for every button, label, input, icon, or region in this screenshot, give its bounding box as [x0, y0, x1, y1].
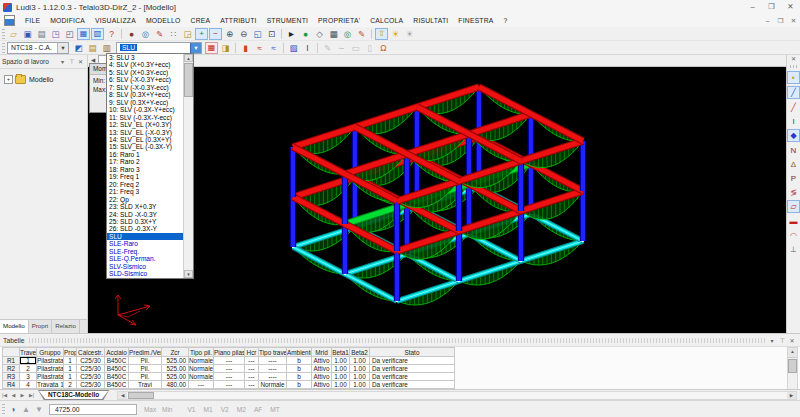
table-cell[interactable]: Pilastrata 2 [37, 365, 64, 373]
table-cell[interactable]: 525.00 [162, 373, 189, 381]
menu-item[interactable]: FINESTRA [453, 17, 498, 24]
table-cell[interactable]: ---- [259, 373, 287, 381]
dropdown-item[interactable]: SLE-Raro [107, 240, 183, 247]
table-cell[interactable]: B450C [105, 357, 129, 365]
table-cell[interactable]: Attivo [312, 381, 332, 389]
table-cell[interactable]: Da verificare [370, 357, 455, 365]
zoom-out-icon[interactable]: ⊖ [237, 28, 250, 40]
panel-drag-texture[interactable] [29, 338, 767, 343]
mesh-globe-icon[interactable]: ◎ [341, 28, 354, 40]
table-cell[interactable]: 1.00 [332, 381, 350, 389]
table-cell[interactable]: 1 [64, 357, 77, 365]
status-export-down-icon[interactable]: ▼ [33, 403, 45, 415]
dropdown-item[interactable]: 26: SLD -0.3X-Y [107, 225, 183, 232]
print-preview-icon[interactable]: ◰ [63, 28, 76, 40]
pin-icon[interactable]: ⊤ [777, 337, 787, 344]
support-icon[interactable]: ⊥ [788, 243, 800, 255]
menu-item[interactable]: MODELLO [141, 17, 186, 24]
remove-element-icon[interactable]: − [209, 28, 222, 40]
coordinate-field[interactable]: 4725.00 [49, 404, 137, 415]
table-cell[interactable]: 2 [64, 381, 77, 389]
copy-icon[interactable]: ▤ [35, 28, 48, 40]
table-cell[interactable]: Da verificare [370, 365, 455, 373]
table-cell[interactable]: 1.00 [332, 373, 350, 381]
dropdown-item[interactable]: 13: SLV_EL (-X-0.3Y) [107, 129, 183, 136]
mdi-minimize-icon[interactable]: – [761, 15, 774, 27]
panel-menu-icon[interactable]: ▾ [767, 337, 777, 344]
table-cell[interactable]: C25/30 [77, 381, 105, 389]
dropdown-item[interactable]: 20: Freq 2 [107, 181, 183, 188]
table-cell[interactable]: 1.00 [350, 365, 370, 373]
table-cell[interactable]: 1 [20, 357, 37, 365]
menu-item[interactable]: ? [499, 17, 513, 24]
tables-icon[interactable]: ▦ [327, 28, 340, 40]
table-cell[interactable]: 3 [20, 373, 37, 381]
toolbar-grip[interactable] [2, 43, 5, 53]
close-icon[interactable]: ✕ [76, 58, 85, 65]
envelope-blue-icon[interactable]: ≈ [267, 42, 280, 54]
scroll-thumb[interactable] [184, 63, 193, 97]
tables-panel-header[interactable]: Tabelle ▾ ⊤ ✕ [0, 334, 800, 347]
menu-item[interactable]: CREA [186, 17, 216, 24]
release-icon[interactable]: ≶ [788, 186, 800, 198]
table-cell[interactable]: 4 [20, 381, 37, 389]
envelope-red-icon[interactable]: ≈ [253, 42, 266, 54]
table-cell[interactable]: --- [214, 381, 245, 389]
diagram-toggle[interactable]: M2 [237, 406, 246, 413]
dropdown-item[interactable]: 9: SLV (0.3X+Y-ecc) [107, 99, 183, 106]
separator[interactable] [121, 29, 122, 39]
table-cell[interactable]: 1 [64, 373, 77, 381]
status-toggle[interactable]: Max [144, 406, 156, 413]
table-cell[interactable]: 1.00 [350, 373, 370, 381]
table-cell[interactable]: Pilastrata 1 [37, 357, 64, 365]
color-scale-icon[interactable]: ▮ [239, 42, 252, 54]
table-cell[interactable]: Travata 1 [37, 381, 64, 389]
table-cell[interactable]: b [287, 381, 312, 389]
axis-up-icon[interactable]: ⇧ [375, 28, 388, 40]
close-icon[interactable]: ✕ [787, 337, 797, 344]
dropdown-item[interactable]: 3: SLU 3 [107, 54, 183, 61]
menu-item[interactable]: CALCOLA [365, 17, 408, 24]
profile-icon[interactable]: Ι [301, 42, 314, 54]
table-cell[interactable]: C25/30 [77, 373, 105, 381]
sheet-nav-icon[interactable]: ◀ [9, 392, 18, 398]
row-header[interactable]: R3 [2, 373, 20, 381]
table-cell[interactable]: b [287, 357, 312, 365]
dropdown-item[interactable]: 18: Raro 3 [107, 166, 183, 173]
table-cell[interactable]: Normale [189, 365, 214, 373]
menu-item[interactable]: STRUMENTI [262, 17, 313, 24]
workspace-tab[interactable]: Relazio [52, 320, 80, 333]
dropdown-item[interactable]: SLE-Q.Perman. [107, 255, 183, 262]
diagram-toggle[interactable]: V2 [221, 406, 229, 413]
point-load-icon[interactable]: P [788, 172, 800, 184]
workspace-tab[interactable]: Modello [0, 320, 29, 333]
table-cell[interactable]: Da verificare [370, 381, 455, 389]
dropdown-item[interactable]: 22: Qp [107, 196, 183, 203]
norm-combobox[interactable]: NTC18 - C.A. ▼ [7, 42, 69, 54]
dropdown-item[interactable]: SLD-Sismico [107, 270, 183, 277]
sketch-icon[interactable]: ✎ [321, 42, 334, 54]
panel-menu-icon[interactable]: ▾ [58, 58, 67, 65]
dropdown-item[interactable]: 4: SLV (X+0.3Y+ecc) [107, 61, 183, 68]
table-cell[interactable]: --- [189, 381, 214, 389]
beam-tool-icon[interactable]: ╱ [787, 86, 800, 99]
close-icon[interactable]: ✕ [781, 0, 800, 14]
arc-load-icon[interactable]: ◠ [788, 229, 800, 241]
menu-item[interactable]: PROPRIETA' [313, 17, 365, 24]
table-cell[interactable]: Pil. [129, 373, 162, 381]
distributed-load-icon[interactable]: ▱ [787, 200, 800, 213]
view-loads-toggle-icon[interactable]: ▦ [77, 28, 90, 40]
grid-horizontal-scrollbar[interactable]: ◀ ▶ [117, 391, 797, 400]
status-toggle[interactable]: Min [162, 406, 172, 413]
print-icon[interactable]: ◳ [49, 28, 62, 40]
table-cell[interactable]: b [287, 365, 312, 373]
thermal-load-icon[interactable]: Δ [788, 158, 800, 170]
open-icon[interactable]: ▱ [7, 28, 20, 40]
snap-grid-icon[interactable]: ∷ [167, 28, 180, 40]
sheet-nav-icon[interactable]: ▶| [27, 392, 36, 398]
table-cell[interactable]: 480.00 [162, 381, 189, 389]
table-cell[interactable]: Normale [189, 373, 214, 381]
load-cases-icon[interactable]: ▤ [86, 42, 99, 54]
scroll-right-icon[interactable]: ▶ [787, 392, 796, 399]
close-icon[interactable]: ✕ [791, 55, 796, 64]
